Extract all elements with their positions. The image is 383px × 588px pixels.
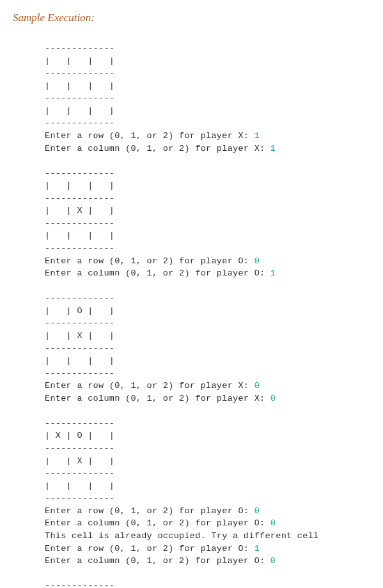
output-text: | | O | | (45, 306, 114, 316)
output-text: | | | | (45, 81, 114, 91)
output-text: | | X | | (45, 331, 114, 341)
output-line: ------------- (45, 192, 370, 205)
output-text: ------------- (45, 419, 114, 428)
output-text: ------------- (45, 344, 114, 353)
user-input-value: 0 (254, 381, 260, 391)
output-text: Enter a row (0, 1, or 2) for player O: (45, 256, 254, 266)
output-line: Enter a column (0, 1, or 2) for player X… (45, 392, 370, 405)
output-text: Enter a column (0, 1, or 2) for player O… (45, 518, 270, 528)
output-line: Enter a row (0, 1, or 2) for player X: 0 (45, 380, 370, 392)
output-line: | | | | (45, 105, 370, 118)
user-input-value: 1 (254, 131, 260, 141)
output-line: ------------- (45, 492, 370, 505)
output-line: | X | O | | (45, 429, 370, 442)
output-line: ------------- (45, 317, 370, 330)
output-line: | | X | | (45, 455, 370, 468)
output-text: ------------- (45, 369, 114, 378)
output-line: ------------- (45, 242, 370, 255)
output-line (45, 155, 370, 167)
output-line: ------------- (45, 167, 370, 180)
output-text: Enter a row (0, 1, or 2) for player O: (45, 544, 254, 553)
output-text: ------------- (45, 244, 114, 253)
output-text: Enter a column (0, 1, or 2) for player X… (45, 394, 270, 403)
user-input-value: 0 (270, 518, 276, 528)
output-line: This cell is already occupied. Try a dif… (45, 530, 370, 543)
output-text: | | | | (45, 181, 114, 190)
output-line: Enter a column (0, 1, or 2) for player O… (45, 555, 370, 568)
output-line: | | | | (45, 55, 370, 68)
output-line: | | X | | (45, 205, 370, 217)
output-line: ------------- (45, 343, 370, 355)
output-text: ------------- (45, 468, 114, 478)
output-line: | | | | (45, 480, 370, 493)
user-input-value: 0 (270, 394, 276, 403)
output-text: ------------- (45, 581, 114, 588)
user-input-value: 0 (270, 556, 276, 566)
output-text: | | | | (45, 356, 114, 366)
output-text: ------------- (45, 493, 114, 503)
output-line: ------------- (45, 442, 370, 455)
output-line: Enter a column (0, 1, or 2) for player O… (45, 267, 370, 280)
output-line: ------------- (45, 92, 370, 105)
output-text: Enter a column (0, 1, or 2) for player O… (45, 556, 270, 566)
output-line: Enter a row (0, 1, or 2) for player O: 0 (45, 255, 370, 268)
output-line: ------------- (45, 67, 370, 80)
output-line: Enter a column (0, 1, or 2) for player O… (45, 517, 370, 530)
output-line: Enter a row (0, 1, or 2) for player X: 1 (45, 130, 370, 143)
output-text: ------------- (45, 169, 114, 178)
output-line: ------------- (45, 368, 370, 380)
output-line (45, 280, 370, 293)
user-input-value: 1 (270, 144, 276, 153)
user-input-value: 1 (270, 268, 276, 278)
output-text: ------------- (45, 43, 114, 53)
output-line: Enter a row (0, 1, or 2) for player O: 0 (45, 505, 370, 518)
output-text: ------------- (45, 318, 114, 328)
user-input-value: 1 (254, 544, 260, 553)
output-text: ------------- (45, 194, 114, 203)
output-text: This cell is already occupied. Try a dif… (45, 531, 318, 541)
output-line: | | | | (45, 355, 370, 368)
output-text: Enter a column (0, 1, or 2) for player O… (45, 268, 270, 278)
output-text: | | | | (45, 56, 114, 66)
output-text: Enter a row (0, 1, or 2) for player X: (45, 131, 254, 141)
output-text: | | | | (45, 106, 114, 116)
user-input-value: 0 (254, 506, 260, 516)
output-line: ------------- (45, 580, 370, 588)
output-line (45, 405, 370, 417)
output-text: ------------- (45, 219, 114, 228)
output-text: Enter a row (0, 1, or 2) for player O: (45, 506, 254, 516)
output-line: Enter a row (0, 1, or 2) for player O: 1 (45, 543, 370, 555)
output-text: | | X | | (45, 206, 114, 215)
section-heading: Sample Execution: (13, 12, 370, 24)
output-line: Enter a column (0, 1, or 2) for player X… (45, 143, 370, 155)
output-text: ------------- (45, 68, 114, 78)
user-input-value: 0 (254, 256, 260, 266)
output-text: Enter a column (0, 1, or 2) for player X… (45, 144, 270, 153)
output-line: | | | | (45, 80, 370, 93)
output-line: ------------- (45, 292, 370, 305)
output-text: ------------- (45, 118, 114, 128)
output-line: | | X | | (45, 330, 370, 343)
output-text: ------------- (45, 93, 114, 103)
execution-output: -------------| | | |-------------| | | |… (13, 42, 370, 588)
output-line: ------------- (45, 42, 370, 55)
output-text: | | X | | (45, 456, 114, 466)
output-line: ------------- (45, 417, 370, 430)
output-text: ------------- (45, 293, 114, 303)
output-line: ------------- (45, 467, 370, 480)
output-text: | X | O | | (45, 431, 114, 440)
output-line: | | | | (45, 180, 370, 192)
output-line: ------------- (45, 117, 370, 130)
output-line: | | O | | (45, 305, 370, 318)
output-line (45, 568, 370, 580)
output-line: ------------- (45, 217, 370, 230)
output-line: | | | | (45, 229, 370, 242)
output-text: | | | | (45, 481, 114, 491)
output-text: | | | | (45, 231, 114, 240)
output-text: ------------- (45, 444, 114, 453)
output-text: Enter a row (0, 1, or 2) for player X: (45, 381, 254, 391)
